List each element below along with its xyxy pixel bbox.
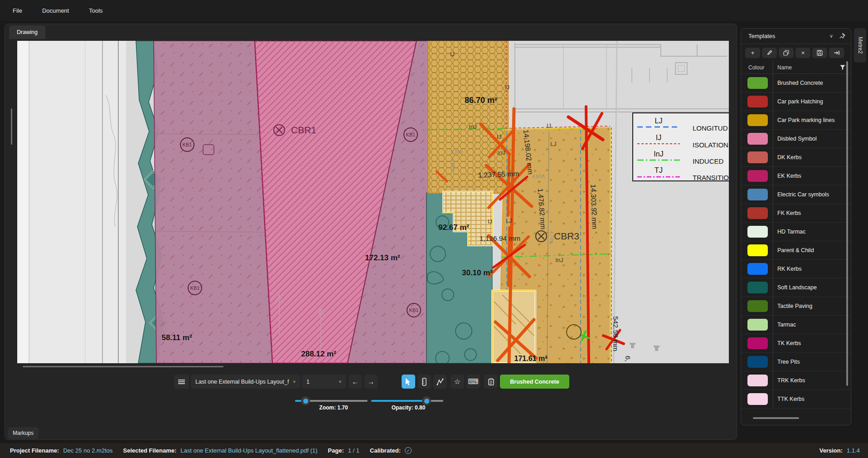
- template-row[interactable]: Brushed Concrete: [741, 74, 851, 93]
- opacity-slider-label: Opacity: 0.80: [372, 404, 445, 411]
- svg-text:LJ: LJ: [550, 141, 557, 147]
- svg-text:IJ: IJ: [656, 134, 661, 141]
- drawing-viewport[interactable]: KB1 KB1 KB1 KB1 CBR1 CBR3 86.70 m² 92.67…: [17, 41, 729, 363]
- next-page-button[interactable]: →: [364, 375, 378, 389]
- template-row[interactable]: TRK Kerbs: [741, 371, 851, 390]
- menu-document[interactable]: Document: [39, 5, 72, 16]
- save-template-button[interactable]: [812, 48, 827, 58]
- polyline-tool-button[interactable]: [433, 375, 447, 389]
- favorites-tool-button[interactable]: ☆: [451, 375, 464, 389]
- svg-text:KB1: KB1: [190, 285, 200, 291]
- template-row[interactable]: FK Kerbs: [741, 204, 851, 223]
- template-colour-swatch: [747, 393, 768, 405]
- selected-filename-value[interactable]: Last one External Build-Ups Layout_flatt…: [180, 447, 317, 454]
- menu-hamburger-button[interactable]: [174, 375, 189, 389]
- svg-text:CBR3: CBR3: [554, 231, 579, 241]
- template-row[interactable]: TK Kerbs: [741, 334, 851, 353]
- zoom-slider-thumb[interactable]: [301, 396, 310, 405]
- template-row[interactable]: DK Kerbs: [741, 148, 851, 167]
- template-name: Tree Pits: [773, 359, 851, 365]
- canvas-horizontal-scrollbar[interactable]: [23, 366, 223, 367]
- svg-text:IJ: IJ: [547, 122, 551, 129]
- template-row[interactable]: TTK Kerbs: [741, 390, 851, 409]
- template-name: Car park Hatching: [773, 98, 851, 105]
- template-colour-swatch: [747, 282, 768, 293]
- template-row[interactable]: Car park Hatching: [741, 93, 851, 111]
- file-dropdown[interactable]: Last one External Build-Ups Layout_f ∨: [191, 375, 301, 389]
- svg-text:288.12 m²: 288.12 m²: [301, 350, 336, 358]
- template-name: Brushed Concrete: [773, 80, 851, 86]
- arrow-left-icon: ←: [352, 378, 359, 385]
- chevron-down-icon: ∨: [339, 380, 342, 384]
- active-template-button[interactable]: Brushed Concrete: [500, 375, 569, 389]
- svg-text:LONGITUD: LONGITUD: [693, 124, 728, 132]
- polyline-icon: [436, 378, 444, 385]
- template-colour-swatch: [747, 319, 768, 331]
- side-tab-metre2[interactable]: Metre2: [854, 28, 866, 63]
- template-row[interactable]: Tactile Paving: [741, 297, 851, 316]
- template-row[interactable]: Tarmac: [741, 316, 851, 334]
- copy-icon: [783, 50, 789, 56]
- prev-page-button[interactable]: ←: [349, 375, 362, 389]
- template-name: Soft Landscape: [773, 284, 851, 291]
- template-row[interactable]: RK Kerbs: [741, 260, 851, 278]
- svg-text:4.70m: 4.70m: [549, 231, 554, 244]
- copy-template-button[interactable]: [779, 48, 794, 58]
- template-colour-swatch: [747, 77, 768, 89]
- template-row[interactable]: Disbled Symbol: [741, 130, 851, 148]
- notes-tool-button[interactable]: [484, 375, 498, 389]
- save-icon: [817, 50, 823, 56]
- edit-template-button[interactable]: [762, 48, 777, 58]
- menu-tools[interactable]: Tools: [86, 5, 105, 16]
- template-row[interactable]: Electric Car symbols: [741, 185, 851, 204]
- template-row[interactable]: EK Kerbs: [741, 167, 851, 185]
- opacity-slider-thumb[interactable]: [422, 396, 431, 405]
- template-name: TK Kerbs: [773, 340, 851, 346]
- template-row[interactable]: Tree Pits: [741, 353, 851, 371]
- star-icon: ☆: [454, 377, 461, 386]
- template-row[interactable]: Soft Landscape: [741, 278, 851, 297]
- svg-text:1,126.94 mm: 1,126.94 mm: [480, 234, 520, 242]
- templates-vertical-scrollbar[interactable]: [846, 61, 848, 386]
- add-template-button[interactable]: +: [745, 48, 760, 58]
- template-list: Brushed ConcreteCar park HatchingCar Par…: [741, 74, 851, 425]
- project-filename-value[interactable]: Dec 25 no 2.m2tos: [63, 447, 112, 454]
- template-row[interactable]: Parent & Child: [741, 241, 851, 260]
- tab-markups[interactable]: Markups: [8, 427, 39, 439]
- pin-panel-button[interactable]: [839, 33, 845, 39]
- svg-text:86.70 m²: 86.70 m²: [465, 96, 497, 105]
- menu-file[interactable]: File: [10, 5, 25, 16]
- template-colour-swatch: [747, 96, 768, 107]
- canvas-vertical-scrollbar[interactable]: [11, 108, 12, 145]
- templates-panel-header: Templates ∨: [741, 29, 851, 44]
- template-row[interactable]: Car Park marking lines: [741, 111, 851, 130]
- collapse-panel-button[interactable]: ∨: [829, 33, 833, 39]
- templates-horizontal-scrollbar[interactable]: [753, 417, 799, 419]
- svg-text:92.67 m²: 92.67 m²: [438, 223, 469, 232]
- ruler-tool-button[interactable]: [417, 375, 431, 389]
- delete-template-button[interactable]: ×: [795, 48, 810, 58]
- template-colour-swatch: [747, 207, 768, 219]
- template-colour-swatch: [747, 170, 768, 182]
- keyboard-tool-button[interactable]: ⌨: [466, 375, 480, 389]
- filter-button[interactable]: [840, 65, 845, 71]
- svg-text:6,: 6,: [624, 356, 632, 362]
- svg-text:KB1: KB1: [183, 142, 192, 147]
- move-template-button[interactable]: [829, 48, 844, 58]
- page-dropdown[interactable]: 1 ∨: [302, 375, 346, 389]
- template-colour-swatch: [747, 226, 768, 238]
- template-row[interactable]: HD Tarmac: [741, 223, 851, 241]
- select-tool-button[interactable]: [402, 375, 415, 389]
- svg-text:LJ: LJ: [655, 117, 663, 125]
- templates-toolbar: + ×: [741, 44, 851, 61]
- svg-text:IJ: IJ: [497, 133, 501, 140]
- pencil-icon: [767, 50, 772, 55]
- arrow-right-icon: →: [368, 378, 374, 385]
- templates-table-header: Colour Name: [741, 61, 851, 74]
- svg-text:KB1: KB1: [409, 307, 419, 313]
- svg-text:IJ: IJ: [450, 51, 455, 58]
- zoom-slider-label: Zoom: 1.70: [297, 404, 370, 411]
- svg-text:171.61 m²: 171.61 m²: [514, 355, 548, 362]
- svg-text:5.36m: 5.36m: [451, 150, 463, 155]
- tab-drawing[interactable]: Drawing: [9, 25, 45, 39]
